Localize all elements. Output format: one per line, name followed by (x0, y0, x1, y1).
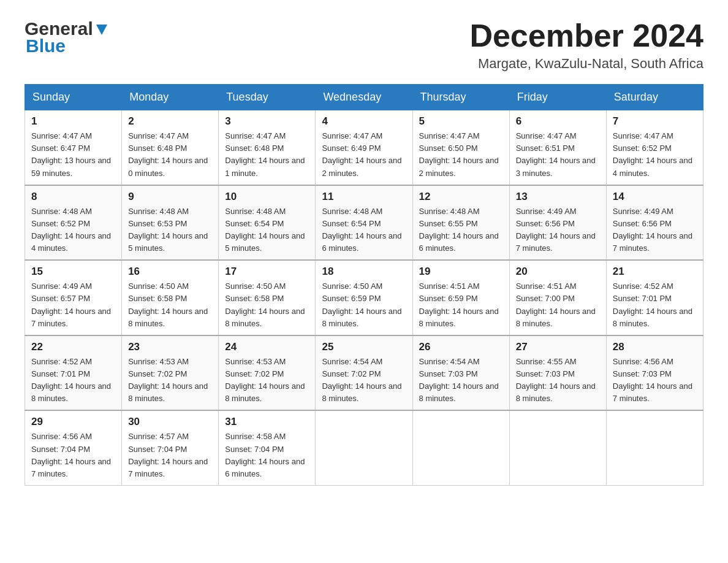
calendar-cell: 4 Sunrise: 4:47 AMSunset: 6:49 PMDayligh… (316, 110, 412, 185)
day-number: 22 (31, 341, 115, 353)
day-number: 24 (225, 341, 309, 353)
day-info: Sunrise: 4:57 AMSunset: 7:04 PMDaylight:… (128, 432, 208, 478)
calendar-cell: 21 Sunrise: 4:52 AMSunset: 7:01 PMDaylig… (606, 260, 703, 335)
calendar-cell: 19 Sunrise: 4:51 AMSunset: 6:59 PMDaylig… (412, 260, 509, 335)
calendar-cell: 13 Sunrise: 4:49 AMSunset: 6:56 PMDaylig… (509, 185, 606, 261)
calendar-cell: 24 Sunrise: 4:53 AMSunset: 7:02 PMDaylig… (219, 335, 316, 411)
day-number: 11 (322, 191, 406, 203)
day-number: 17 (225, 266, 309, 278)
day-info: Sunrise: 4:53 AMSunset: 7:02 PMDaylight:… (128, 357, 208, 403)
day-info: Sunrise: 4:52 AMSunset: 7:01 PMDaylight:… (31, 357, 111, 403)
day-info: Sunrise: 4:56 AMSunset: 7:03 PMDaylight:… (613, 357, 692, 403)
calendar-cell: 22 Sunrise: 4:52 AMSunset: 7:01 PMDaylig… (25, 335, 122, 411)
calendar-cell: 8 Sunrise: 4:48 AMSunset: 6:52 PMDayligh… (25, 185, 122, 261)
logo: General Blue (25, 18, 108, 56)
day-number: 27 (516, 341, 600, 353)
header-saturday: Saturday (606, 85, 703, 110)
day-info: Sunrise: 4:55 AMSunset: 7:03 PMDaylight:… (516, 357, 596, 403)
day-info: Sunrise: 4:48 AMSunset: 6:52 PMDaylight:… (31, 207, 111, 253)
header: General Blue December 2024 Margate, KwaZ… (25, 18, 703, 72)
calendar-cell: 14 Sunrise: 4:49 AMSunset: 6:56 PMDaylig… (606, 185, 703, 261)
day-number: 7 (613, 115, 697, 128)
day-info: Sunrise: 4:48 AMSunset: 6:53 PMDaylight:… (128, 207, 208, 253)
calendar-cell: 25 Sunrise: 4:54 AMSunset: 7:02 PMDaylig… (316, 335, 412, 411)
day-number: 26 (419, 341, 503, 353)
calendar-cell: 7 Sunrise: 4:47 AMSunset: 6:52 PMDayligh… (606, 110, 703, 185)
day-info: Sunrise: 4:50 AMSunset: 6:58 PMDaylight:… (225, 282, 305, 327)
day-number: 5 (419, 115, 503, 128)
calendar-cell: 20 Sunrise: 4:51 AMSunset: 7:00 PMDaylig… (509, 260, 606, 335)
logo-triangle-icon (95, 23, 108, 36)
day-info: Sunrise: 4:47 AMSunset: 6:51 PMDaylight:… (516, 131, 596, 177)
day-number: 6 (516, 115, 600, 128)
day-info: Sunrise: 4:54 AMSunset: 7:03 PMDaylight:… (419, 357, 499, 403)
day-info: Sunrise: 4:47 AMSunset: 6:49 PMDaylight:… (322, 131, 401, 177)
day-number: 20 (516, 266, 600, 278)
calendar-cell: 12 Sunrise: 4:48 AMSunset: 6:55 PMDaylig… (412, 185, 509, 261)
day-info: Sunrise: 4:49 AMSunset: 6:57 PMDaylight:… (31, 282, 111, 327)
day-number: 31 (225, 416, 309, 428)
day-info: Sunrise: 4:48 AMSunset: 6:54 PMDaylight:… (225, 207, 305, 253)
day-number: 12 (419, 191, 503, 203)
day-number: 10 (225, 191, 309, 203)
day-number: 29 (31, 416, 115, 428)
day-number: 19 (419, 266, 503, 278)
calendar-cell: 9 Sunrise: 4:48 AMSunset: 6:53 PMDayligh… (122, 185, 219, 261)
header-monday: Monday (122, 85, 219, 110)
calendar-cell: 30 Sunrise: 4:57 AMSunset: 7:04 PMDaylig… (122, 410, 219, 485)
day-info: Sunrise: 4:47 AMSunset: 6:47 PMDaylight:… (31, 131, 111, 177)
calendar-cell: 17 Sunrise: 4:50 AMSunset: 6:58 PMDaylig… (219, 260, 316, 335)
calendar-cell (606, 410, 703, 485)
calendar-table: SundayMondayTuesdayWednesdayThursdayFrid… (25, 84, 703, 486)
day-info: Sunrise: 4:51 AMSunset: 7:00 PMDaylight:… (516, 282, 596, 327)
calendar-cell: 29 Sunrise: 4:56 AMSunset: 7:04 PMDaylig… (25, 410, 122, 485)
calendar-cell: 26 Sunrise: 4:54 AMSunset: 7:03 PMDaylig… (412, 335, 509, 411)
day-number: 13 (516, 191, 600, 203)
calendar-cell: 5 Sunrise: 4:47 AMSunset: 6:50 PMDayligh… (412, 110, 509, 185)
calendar-cell: 11 Sunrise: 4:48 AMSunset: 6:54 PMDaylig… (316, 185, 412, 261)
week-row-5: 29 Sunrise: 4:56 AMSunset: 7:04 PMDaylig… (25, 410, 703, 485)
day-info: Sunrise: 4:47 AMSunset: 6:52 PMDaylight:… (613, 131, 692, 177)
day-number: 16 (128, 266, 212, 278)
day-number: 28 (613, 341, 697, 353)
day-number: 18 (322, 266, 406, 278)
day-number: 1 (31, 115, 115, 128)
location-title: Margate, KwaZulu-Natal, South Africa (469, 56, 703, 72)
day-number: 25 (322, 341, 406, 353)
header-wednesday: Wednesday (316, 85, 412, 110)
day-info: Sunrise: 4:49 AMSunset: 6:56 PMDaylight:… (613, 207, 692, 253)
title-area: December 2024 Margate, KwaZulu-Natal, So… (469, 18, 703, 72)
header-thursday: Thursday (412, 85, 509, 110)
calendar-cell: 10 Sunrise: 4:48 AMSunset: 6:54 PMDaylig… (219, 185, 316, 261)
day-info: Sunrise: 4:58 AMSunset: 7:04 PMDaylight:… (225, 432, 305, 478)
day-number: 2 (128, 115, 212, 128)
day-number: 8 (31, 191, 115, 203)
calendar-cell: 6 Sunrise: 4:47 AMSunset: 6:51 PMDayligh… (509, 110, 606, 185)
calendar-cell: 2 Sunrise: 4:47 AMSunset: 6:48 PMDayligh… (122, 110, 219, 185)
calendar-header-row: SundayMondayTuesdayWednesdayThursdayFrid… (25, 85, 703, 110)
svg-marker-0 (96, 25, 107, 35)
day-number: 23 (128, 341, 212, 353)
month-title: December 2024 (469, 18, 703, 53)
calendar-cell: 16 Sunrise: 4:50 AMSunset: 6:58 PMDaylig… (122, 260, 219, 335)
day-info: Sunrise: 4:51 AMSunset: 6:59 PMDaylight:… (419, 282, 499, 327)
calendar-cell: 3 Sunrise: 4:47 AMSunset: 6:48 PMDayligh… (219, 110, 316, 185)
calendar-cell: 28 Sunrise: 4:56 AMSunset: 7:03 PMDaylig… (606, 335, 703, 411)
day-info: Sunrise: 4:52 AMSunset: 7:01 PMDaylight:… (613, 282, 692, 327)
week-row-1: 1 Sunrise: 4:47 AMSunset: 6:47 PMDayligh… (25, 110, 703, 185)
day-number: 30 (128, 416, 212, 428)
calendar-cell (412, 410, 509, 485)
day-info: Sunrise: 4:48 AMSunset: 6:54 PMDaylight:… (322, 207, 401, 253)
calendar-cell (509, 410, 606, 485)
calendar-cell: 27 Sunrise: 4:55 AMSunset: 7:03 PMDaylig… (509, 335, 606, 411)
day-info: Sunrise: 4:47 AMSunset: 6:48 PMDaylight:… (128, 131, 208, 177)
day-info: Sunrise: 4:54 AMSunset: 7:02 PMDaylight:… (322, 357, 401, 403)
day-info: Sunrise: 4:56 AMSunset: 7:04 PMDaylight:… (31, 432, 111, 478)
day-info: Sunrise: 4:53 AMSunset: 7:02 PMDaylight:… (225, 357, 305, 403)
calendar-cell: 23 Sunrise: 4:53 AMSunset: 7:02 PMDaylig… (122, 335, 219, 411)
header-sunday: Sunday (25, 85, 122, 110)
week-row-2: 8 Sunrise: 4:48 AMSunset: 6:52 PMDayligh… (25, 185, 703, 261)
day-number: 21 (613, 266, 697, 278)
calendar-cell: 1 Sunrise: 4:47 AMSunset: 6:47 PMDayligh… (25, 110, 122, 185)
day-number: 15 (31, 266, 115, 278)
